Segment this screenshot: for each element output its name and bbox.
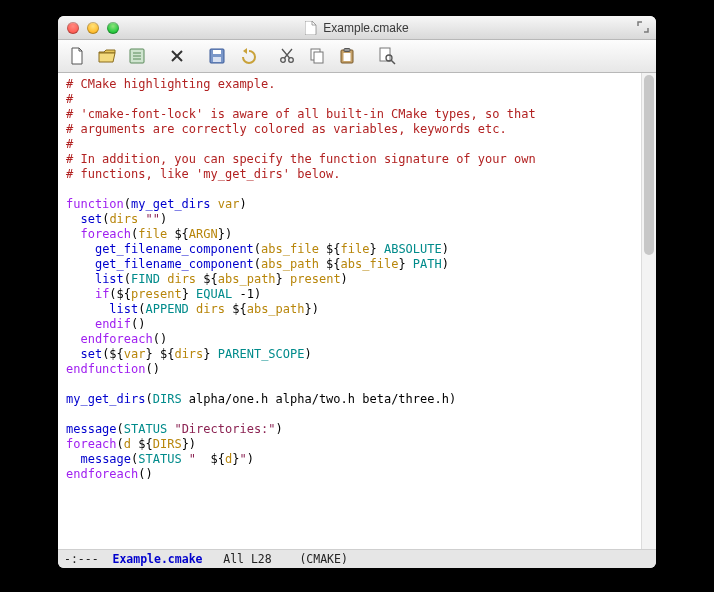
svg-point-5 bbox=[289, 58, 294, 63]
toolbar bbox=[58, 40, 656, 73]
modeline-flags: -:--- bbox=[64, 550, 112, 568]
svg-point-4 bbox=[281, 58, 286, 63]
title-wrap: Example.cmake bbox=[58, 21, 656, 35]
titlebar: Example.cmake bbox=[58, 16, 656, 40]
save-button[interactable] bbox=[204, 44, 230, 68]
expand-icon[interactable] bbox=[636, 20, 650, 34]
editor-window: Example.cmake bbox=[58, 16, 656, 568]
editor-area: # CMake highlighting example. # # 'cmake… bbox=[58, 73, 656, 549]
cut-button[interactable] bbox=[274, 44, 300, 68]
svg-rect-9 bbox=[344, 49, 350, 52]
close-buffer-button[interactable] bbox=[164, 44, 190, 68]
svg-rect-10 bbox=[344, 53, 351, 61]
open-file-button[interactable] bbox=[94, 44, 120, 68]
paste-button[interactable] bbox=[334, 44, 360, 68]
window-title: Example.cmake bbox=[323, 21, 408, 35]
code-buffer[interactable]: # CMake highlighting example. # # 'cmake… bbox=[58, 73, 641, 549]
zoom-window-button[interactable] bbox=[107, 22, 119, 34]
close-window-button[interactable] bbox=[67, 22, 79, 34]
window-controls bbox=[67, 22, 119, 34]
scrollbar[interactable] bbox=[641, 73, 656, 549]
search-button[interactable] bbox=[374, 44, 400, 68]
file-icon bbox=[305, 21, 317, 35]
svg-rect-3 bbox=[213, 57, 221, 62]
undo-button[interactable] bbox=[234, 44, 260, 68]
modeline-mode: (CMAKE) bbox=[299, 550, 347, 568]
modeline-filename: Example.cmake bbox=[112, 550, 202, 568]
scrollbar-thumb[interactable] bbox=[644, 75, 654, 255]
svg-rect-7 bbox=[314, 52, 323, 63]
svg-rect-2 bbox=[213, 50, 221, 54]
minimize-window-button[interactable] bbox=[87, 22, 99, 34]
dired-button[interactable] bbox=[124, 44, 150, 68]
modeline: -:--- Example.cmake All L28 (CMAKE) bbox=[58, 549, 656, 568]
modeline-position: All L28 bbox=[202, 550, 299, 568]
copy-button[interactable] bbox=[304, 44, 330, 68]
new-file-button[interactable] bbox=[64, 44, 90, 68]
